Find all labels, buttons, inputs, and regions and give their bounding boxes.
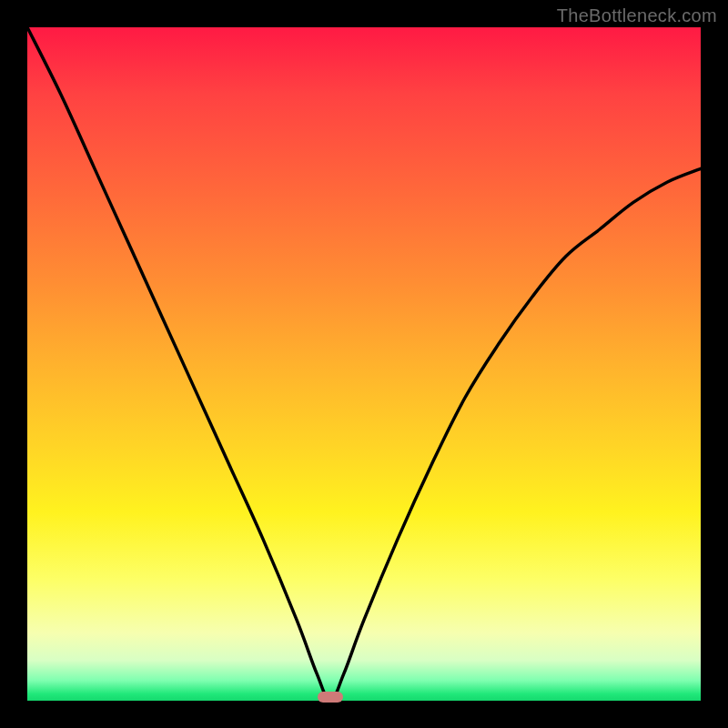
bottleneck-curve <box>27 27 701 701</box>
min-marker <box>318 692 343 703</box>
watermark-text: TheBottleneck.com <box>557 5 717 26</box>
